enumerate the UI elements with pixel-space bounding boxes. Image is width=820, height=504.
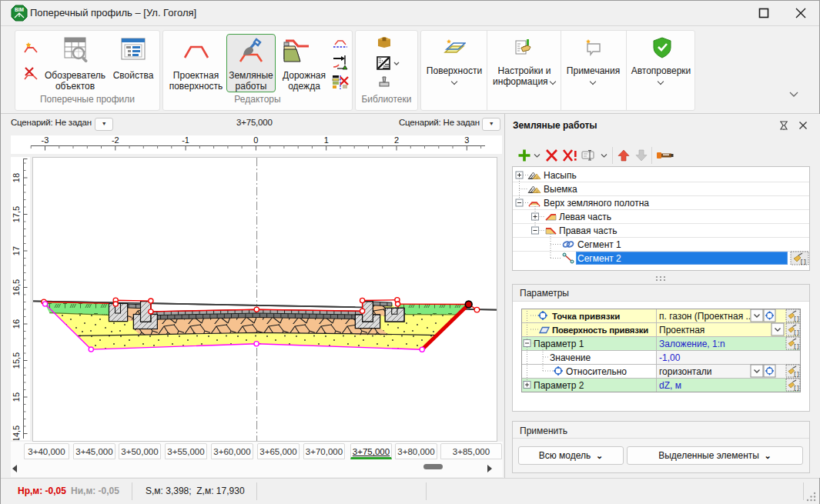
svg-text:18: 18 xyxy=(12,173,21,182)
svg-text:Выемка: Выемка xyxy=(544,184,577,195)
svg-text:Параметр 2: Параметр 2 xyxy=(534,380,584,391)
svg-text:BIM: BIM xyxy=(15,7,24,12)
svg-text:Насыпь: Насыпь xyxy=(544,170,577,181)
svg-text:[]: [] xyxy=(800,259,806,265)
svg-text:-3: -3 xyxy=(42,135,49,145)
svg-text:Верх земляного полотна: Верх земляного полотна xyxy=(544,198,649,209)
svg-text:Сегмент 2: Сегмент 2 xyxy=(577,253,621,264)
svg-text:п. газон (Проектная ...: п. газон (Проектная ... xyxy=(659,311,753,322)
svg-text:2: 2 xyxy=(394,135,399,145)
svg-text:15: 15 xyxy=(12,392,21,402)
svg-text:-2: -2 xyxy=(112,135,119,145)
svg-text:Точка привязки: Точка привязки xyxy=(552,312,620,321)
svg-text:1: 1 xyxy=(324,135,329,145)
svg-text:Параметр 1: Параметр 1 xyxy=(534,339,584,349)
svg-text:Левая часть: Левая часть xyxy=(559,212,611,222)
svg-text:16: 16 xyxy=(12,319,21,329)
svg-text:14,5: 14,5 xyxy=(12,426,21,440)
svg-text:горизонтали: горизонтали xyxy=(659,366,712,377)
svg-text:Правая часть: Правая часть xyxy=(559,225,617,236)
svg-text:17: 17 xyxy=(12,246,21,255)
svg-text:17,5: 17,5 xyxy=(12,206,21,222)
svg-text:3: 3 xyxy=(464,135,469,145)
svg-text:Относительно: Относительно xyxy=(566,366,627,377)
svg-text:dZ, м: dZ, м xyxy=(659,380,681,391)
svg-text:Поверхность привязки: Поверхность привязки xyxy=(552,325,648,335)
svg-text:-1,00: -1,00 xyxy=(659,352,681,363)
svg-text:Значение: Значение xyxy=(550,352,591,363)
svg-text:Заложение, 1:n: Заложение, 1:n xyxy=(659,339,725,349)
svg-text:Сегмент 1: Сегмент 1 xyxy=(577,239,621,250)
svg-text:0: 0 xyxy=(253,135,258,145)
svg-text:15,5: 15,5 xyxy=(12,352,21,369)
svg-text:-1: -1 xyxy=(182,135,189,145)
svg-text:Проектная: Проектная xyxy=(659,325,705,335)
svg-text:16,5: 16,5 xyxy=(12,279,21,295)
